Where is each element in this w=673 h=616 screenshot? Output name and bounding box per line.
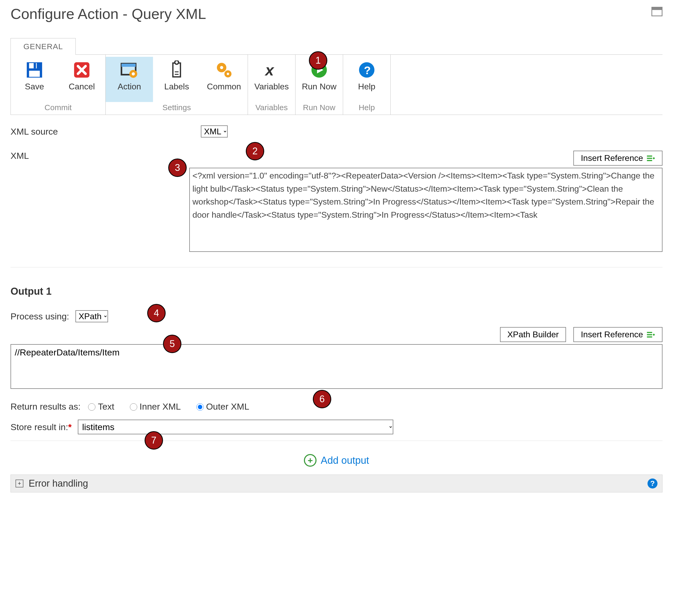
ribbon-group-commit-label: Commit bbox=[44, 102, 71, 114]
xml-source-label: XML source bbox=[11, 127, 58, 137]
insert-reference-label-2: Insert Reference bbox=[581, 330, 643, 340]
process-using-select[interactable]: XPath bbox=[75, 310, 108, 322]
callout-2: 2 bbox=[246, 142, 264, 160]
return-results-label: Return results as: bbox=[11, 401, 80, 412]
plus-icon: + bbox=[304, 454, 316, 467]
svg-point-9 bbox=[175, 60, 179, 64]
svg-rect-3 bbox=[34, 63, 36, 68]
xml-source-select[interactable]: XML bbox=[201, 126, 228, 138]
return-text-radio[interactable]: Text bbox=[87, 401, 114, 412]
return-outer-xml-radio[interactable]: Outer XML bbox=[195, 401, 249, 412]
store-result-select[interactable]: listitems bbox=[78, 420, 393, 434]
ribbon-group-settings-label: Settings bbox=[163, 102, 191, 114]
insert-reference-button-xml[interactable]: Insert Reference bbox=[574, 151, 662, 166]
help-label: Help bbox=[358, 82, 376, 100]
variables-icon: x bbox=[262, 60, 281, 79]
labels-icon bbox=[167, 60, 186, 79]
cancel-button[interactable]: Cancel bbox=[58, 57, 105, 102]
callout-6: 6 bbox=[313, 390, 331, 408]
action-button[interactable]: Action bbox=[106, 57, 153, 102]
svg-text:x: x bbox=[264, 61, 274, 78]
add-output-label: Add output bbox=[321, 455, 369, 466]
error-handling-label[interactable]: Error handling bbox=[29, 478, 88, 489]
help-icon[interactable]: ? bbox=[648, 478, 658, 488]
xpath-input[interactable] bbox=[11, 344, 662, 389]
store-result-label: Store result in:* bbox=[11, 422, 71, 432]
output-heading: Output 1 bbox=[11, 286, 662, 297]
labels-button[interactable]: Labels bbox=[153, 57, 200, 102]
return-outer-label: Outer XML bbox=[206, 401, 249, 412]
common-label: Common bbox=[207, 82, 241, 100]
svg-text:?: ? bbox=[364, 64, 371, 76]
run-now-label: Run Now bbox=[302, 82, 336, 100]
cancel-icon bbox=[72, 60, 91, 79]
help-button[interactable]: ? Help bbox=[343, 57, 390, 102]
insert-reference-icon bbox=[646, 331, 655, 338]
variables-label: Variables bbox=[254, 82, 289, 100]
save-icon bbox=[25, 60, 44, 79]
return-text-label: Text bbox=[98, 401, 114, 412]
return-inner-xml-radio[interactable]: Inner XML bbox=[129, 401, 181, 412]
window-restore-icon[interactable] bbox=[651, 7, 662, 16]
insert-reference-icon bbox=[646, 155, 655, 162]
action-icon bbox=[120, 60, 139, 79]
svg-point-8 bbox=[132, 72, 135, 75]
process-using-label: Process using: bbox=[11, 311, 69, 322]
common-icon bbox=[215, 60, 233, 79]
ribbon: Save Cancel Commit Action bbox=[11, 54, 662, 115]
cancel-label: Cancel bbox=[69, 82, 95, 100]
svg-rect-2 bbox=[29, 71, 40, 77]
insert-reference-button-xpath[interactable]: Insert Reference bbox=[574, 327, 662, 342]
labels-label: Labels bbox=[164, 82, 189, 100]
save-label: Save bbox=[25, 82, 44, 100]
ribbon-group-runnow-label: Run Now bbox=[303, 102, 335, 114]
save-button[interactable]: Save bbox=[11, 57, 58, 102]
add-output-button[interactable]: + Add output bbox=[11, 454, 662, 467]
common-button[interactable]: Common bbox=[200, 57, 248, 102]
callout-5: 5 bbox=[163, 335, 181, 353]
callout-3: 3 bbox=[168, 159, 187, 177]
xpath-builder-button[interactable]: XPath Builder bbox=[500, 327, 566, 342]
svg-rect-6 bbox=[122, 64, 136, 67]
callout-1: 1 bbox=[309, 51, 327, 70]
xml-textarea[interactable] bbox=[189, 168, 662, 252]
expand-icon[interactable]: + bbox=[15, 479, 23, 487]
help-icon: ? bbox=[357, 60, 376, 79]
callout-4: 4 bbox=[147, 304, 166, 322]
return-inner-label: Inner XML bbox=[140, 401, 181, 412]
insert-reference-label: Insert Reference bbox=[581, 153, 643, 163]
ribbon-group-variables-label: Variables bbox=[255, 102, 288, 114]
action-label: Action bbox=[118, 82, 141, 100]
svg-point-13 bbox=[227, 73, 229, 75]
ribbon-group-help-label: Help bbox=[359, 102, 375, 114]
tab-general[interactable]: GENERAL bbox=[11, 38, 76, 55]
xml-label: XML bbox=[11, 151, 29, 161]
page-title: Configure Action - Query XML bbox=[11, 5, 206, 22]
callout-7: 7 bbox=[145, 431, 163, 450]
svg-point-12 bbox=[220, 66, 223, 69]
variables-button[interactable]: x Variables bbox=[248, 57, 295, 102]
